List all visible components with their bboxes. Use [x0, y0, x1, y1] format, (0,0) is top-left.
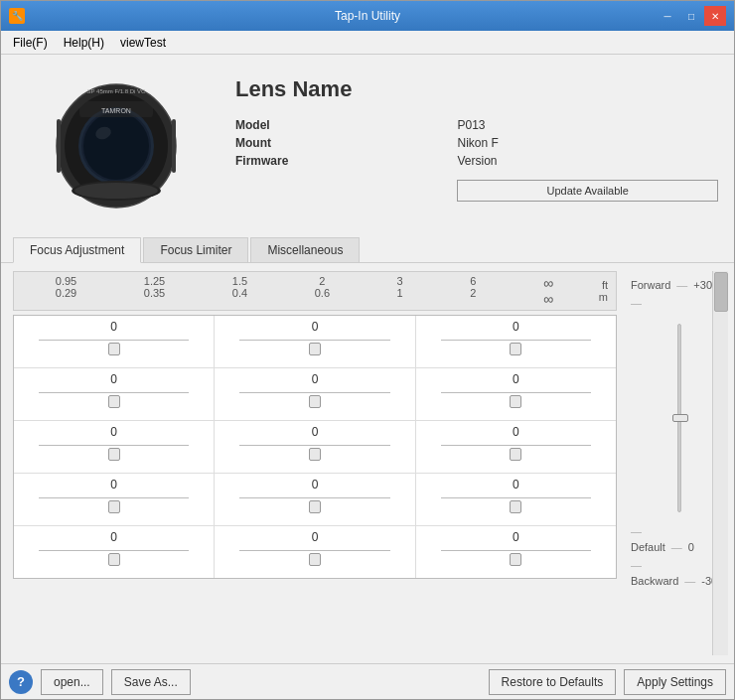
slider-thumb-2-1[interactable] — [309, 448, 321, 461]
scroll-thumb[interactable] — [714, 272, 728, 312]
left-panel: 0.95 0.29 1.25 0.35 1.5 0.4 2 — [1, 263, 625, 663]
slider-val-3-0: 0 — [110, 478, 117, 491]
slider-track-0-1[interactable] — [220, 336, 408, 355]
slider-thumb-4-2[interactable] — [510, 553, 521, 566]
title-bar: 🔧 Tap-In Utility ─ □ ✕ — [1, 1, 734, 31]
default-value: 0 — [688, 541, 694, 553]
slider-row-2: 0 0 — [14, 421, 616, 474]
slider-thumb-0-1[interactable] — [309, 343, 321, 355]
slider-thumb-4-0[interactable] — [108, 553, 120, 566]
minimize-button[interactable]: ─ — [657, 6, 678, 26]
content-area: TAMRON SP 45mm F/1.8 Di VC Lens Name Mod… — [1, 55, 734, 663]
scale-3: 3 1 — [397, 275, 403, 307]
slider-track-2-1[interactable] — [220, 441, 408, 461]
slider-thumb-2-0[interactable] — [108, 448, 120, 461]
unit-ft: ft — [602, 279, 608, 291]
slider-val-1-2: 0 — [513, 372, 519, 386]
slider-thumb-1-1[interactable] — [309, 395, 321, 408]
slider-thumb-0-0[interactable] — [108, 343, 120, 355]
svg-text:SP 45mm F/1.8 Di VC: SP 45mm F/1.8 Di VC — [87, 88, 147, 94]
slider-thumb-2-2[interactable] — [510, 448, 521, 461]
scale-numbers: 0.95 0.29 1.25 0.35 1.5 0.4 2 — [22, 275, 587, 307]
slider-val-4-1: 0 — [312, 530, 319, 544]
slider-track-0-2[interactable] — [422, 336, 610, 355]
slider-val-0-0: 0 — [110, 320, 117, 334]
vertical-slider-thumb[interactable] — [672, 414, 688, 422]
slider-cell-1-1: 0 — [215, 368, 415, 420]
tab-miscellaneous[interactable]: Miscellaneous — [250, 237, 360, 262]
model-value: P013 — [457, 118, 718, 132]
slider-track-4-2[interactable] — [422, 546, 610, 566]
slider-cell-2-2: 0 — [416, 421, 616, 473]
slider-row-4: 0 0 — [14, 526, 616, 578]
slider-row-3: 0 0 — [14, 474, 616, 526]
dash-1: — — [631, 297, 642, 309]
slider-track-1-1[interactable] — [220, 388, 408, 408]
slider-track-1-0[interactable] — [20, 388, 208, 408]
dash-row-2: — — [631, 525, 642, 537]
slider-thumb-1-0[interactable] — [108, 395, 120, 408]
scale-ft-6: ∞ — [543, 275, 553, 291]
slider-val-2-0: 0 — [110, 425, 117, 439]
slider-thumb-3-2[interactable] — [510, 500, 521, 513]
slider-track-4-0[interactable] — [20, 546, 208, 566]
main-content: 0.95 0.29 1.25 0.35 1.5 0.4 2 — [1, 263, 734, 663]
slider-track-3-2[interactable] — [422, 493, 610, 513]
slider-line-4-2 — [441, 550, 591, 551]
slider-thumb-1-2[interactable] — [510, 395, 521, 408]
slider-line-1-2 — [441, 392, 591, 393]
slider-cell-1-2: 0 — [416, 368, 616, 420]
scale-2: 2 0.6 — [315, 275, 330, 307]
slider-track-3-1[interactable] — [220, 493, 408, 513]
firmware-value: Version — [457, 154, 718, 168]
forward-label: Forward — [631, 279, 670, 291]
open-button[interactable]: open... — [41, 669, 103, 695]
slider-cell-4-0: 0 — [14, 526, 215, 578]
lens-details: Model P013 Mount Nikon F Firmware Versio… — [235, 118, 718, 202]
slider-thumb-3-1[interactable] — [309, 500, 321, 513]
backward-row: Backward — -30 — [631, 575, 717, 587]
menu-file[interactable]: File(F) — [5, 34, 56, 52]
mount-label: Mount — [235, 136, 441, 150]
slider-thumb-3-0[interactable] — [108, 500, 120, 513]
app-icon: 🔧 — [9, 8, 25, 24]
slider-val-4-2: 0 — [513, 530, 519, 544]
vertical-track[interactable] — [677, 324, 681, 512]
svg-rect-3 — [57, 119, 61, 173]
slider-val-0-1: 0 — [312, 320, 319, 334]
tab-focus-adjustment[interactable]: Focus Adjustment — [13, 237, 141, 263]
forward-value: +30 — [693, 279, 712, 291]
slider-line-1-0 — [39, 392, 189, 393]
menu-viewtest[interactable]: viewTest — [112, 34, 174, 52]
maximize-button[interactable]: □ — [680, 6, 702, 26]
slider-track-4-1[interactable] — [220, 546, 408, 566]
slider-thumb-0-2[interactable] — [510, 343, 521, 355]
slider-track-2-2[interactable] — [422, 441, 610, 461]
slider-cell-0-2: 0 — [416, 316, 616, 367]
help-button[interactable]: ? — [9, 670, 33, 694]
menu-help[interactable]: Help(H) — [56, 34, 112, 52]
slider-cell-2-1: 0 — [215, 421, 415, 473]
tab-focus-limiter[interactable]: Focus Limiter — [143, 237, 248, 262]
scale-m-1: 0.35 — [144, 287, 165, 299]
scrollbar[interactable] — [712, 271, 728, 655]
slider-line-3-2 — [441, 497, 591, 498]
close-button[interactable]: ✕ — [704, 6, 726, 26]
footer: ? open... Save As... Restore to Defaults… — [1, 663, 734, 699]
scale-bar: 0.95 0.29 1.25 0.35 1.5 0.4 2 — [13, 271, 617, 311]
slider-thumb-4-1[interactable] — [309, 553, 321, 566]
slider-track-2-0[interactable] — [20, 441, 208, 461]
slider-track-0-0[interactable] — [20, 336, 208, 355]
slider-line-0-1 — [239, 340, 389, 341]
update-available-button[interactable]: Update Available — [457, 180, 718, 202]
lens-name: Lens Name — [235, 76, 718, 102]
apply-settings-button[interactable]: Apply Settings — [624, 669, 726, 695]
restore-defaults-button[interactable]: Restore to Defaults — [489, 669, 617, 695]
unit-m: m — [599, 291, 608, 303]
scale-units: ft m — [599, 279, 608, 303]
save-as-button[interactable]: Save As... — [111, 669, 191, 695]
scale-ft-5: 6 — [470, 275, 476, 287]
slider-track-1-2[interactable] — [422, 388, 610, 408]
slider-cell-3-2: 0 — [416, 474, 616, 525]
slider-track-3-0[interactable] — [20, 493, 208, 513]
